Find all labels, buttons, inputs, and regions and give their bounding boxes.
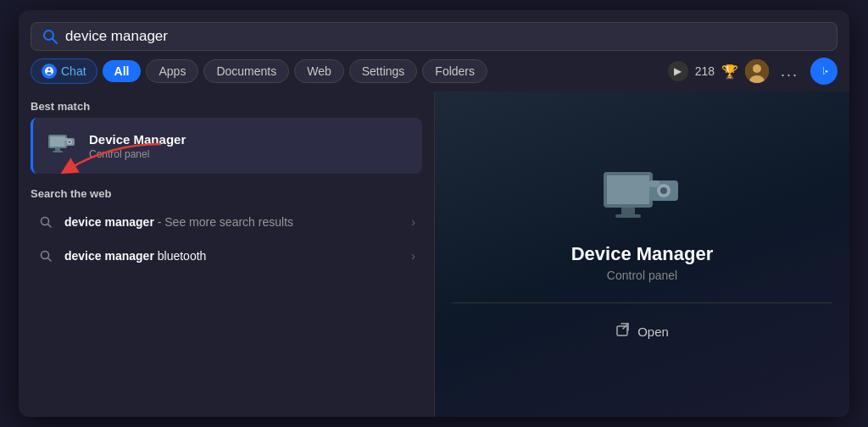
apps-filter-label: Apps [159,64,186,78]
best-match-subtitle: Control panel [89,148,186,160]
svg-rect-8 [53,151,63,152]
web-search-section: Search the web device manager - See more… [31,187,422,273]
best-match-label: Best match [31,100,422,113]
chat-filter-label: Chat [61,64,86,78]
web-filter-button[interactable]: Web [294,59,344,83]
right-panel-subtitle: Control panel [607,269,677,282]
main-content: Best match [19,92,849,417]
svg-point-23 [660,187,667,194]
play-button[interactable]: ▶ [668,61,688,81]
trophy-icon: 🏆 [721,64,738,80]
documents-filter-button[interactable]: Documents [203,59,289,83]
all-filter-label: All [114,64,130,78]
open-button[interactable]: Open [615,317,669,347]
right-panel: Device Manager Control panel Open [434,92,849,417]
open-icon [615,322,631,341]
svg-line-1 [53,39,58,44]
filter-right: ▶ 218 🏆 ... [668,58,837,85]
svg-line-14 [48,225,52,228]
web-filter-label: Web [307,64,331,78]
chevron-right-icon-2: › [411,249,415,263]
all-filter-button[interactable]: All [103,60,142,82]
web-search-icon-2 [37,247,54,264]
open-label: Open [637,324,669,339]
apps-filter-button[interactable]: Apps [146,59,198,83]
web-search-text-2: device manager bluetooth [64,249,401,263]
search-input[interactable] [65,28,826,45]
svg-point-11 [69,141,71,143]
web-search-label: Search the web [31,187,422,200]
web-search-item-1[interactable]: device manager - See more search results… [31,205,422,239]
settings-filter-label: Settings [362,64,405,78]
svg-rect-12 [64,138,68,141]
left-panel: Best match [19,92,434,417]
chat-icon [42,64,57,79]
svg-rect-18 [607,175,649,204]
svg-rect-7 [55,148,60,151]
filter-bar: Chat All Apps Documents Web Settings Fol… [19,58,849,92]
folders-filter-label: Folders [435,64,475,78]
device-manager-icon [43,128,79,164]
settings-filter-button[interactable]: Settings [349,59,418,83]
best-match-section: Best match [31,100,422,174]
svg-point-3 [753,64,761,73]
right-panel-device-manager-icon [600,162,685,230]
best-match-text: Device Manager Control panel [89,132,186,160]
right-panel-title: Device Manager [571,243,714,265]
chevron-right-icon-1: › [411,215,415,229]
best-match-title: Device Manager [89,132,186,147]
svg-line-16 [48,258,52,262]
svg-rect-20 [615,214,641,218]
folders-filter-button[interactable]: Folders [422,59,487,83]
documents-filter-label: Documents [216,64,276,78]
svg-rect-25 [617,326,627,336]
web-search-text-1: device manager - See more search results [64,215,401,229]
search-bar [31,22,837,51]
avatar [745,59,769,83]
web-search-item-2[interactable]: device manager bluetooth › [31,239,422,273]
best-match-item[interactable]: Device Manager Control panel [31,118,422,174]
more-options-button[interactable]: ... [776,61,804,82]
search-window: Chat All Apps Documents Web Settings Fol… [19,10,849,417]
result-count: 218 [695,64,715,78]
svg-rect-6 [50,136,65,147]
svg-rect-24 [649,180,659,187]
web-search-icon-1 [37,214,54,230]
chat-filter-button[interactable]: Chat [31,58,97,84]
svg-rect-19 [621,208,635,214]
right-panel-divider [452,302,832,303]
bing-button[interactable] [810,58,837,85]
search-icon [42,28,58,45]
